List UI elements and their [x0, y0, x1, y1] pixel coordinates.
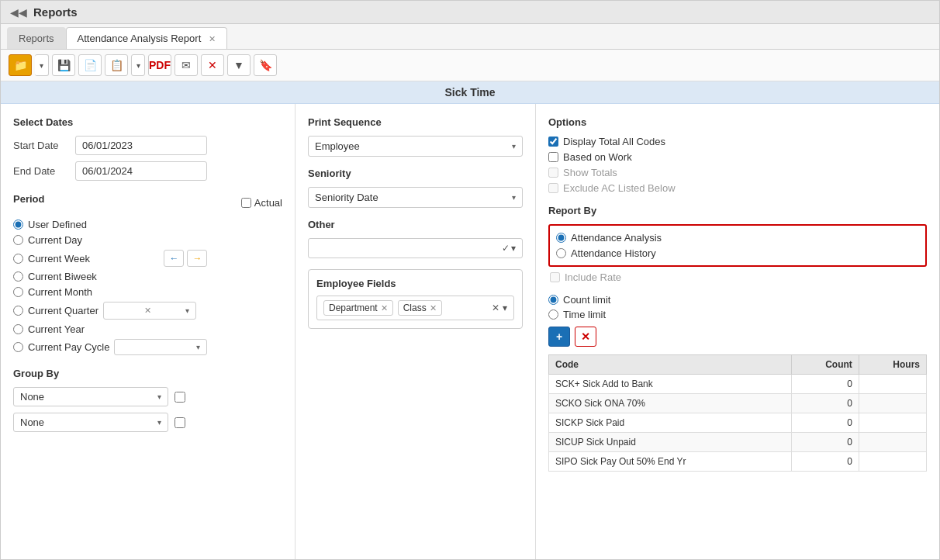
- count-column-header: Count: [791, 355, 859, 375]
- tag-container: Department ✕ Class ✕ ✕ ▾: [316, 296, 514, 320]
- right-panel: Options Display Total All Codes Based on…: [536, 104, 939, 559]
- period-label: Period: [13, 193, 44, 205]
- other-check-icon[interactable]: ✓: [502, 243, 510, 254]
- tab-attendance-analysis-report[interactable]: Attendance Analysis Report ✕: [66, 27, 227, 49]
- period-current-quarter[interactable]: Current Quarter: [13, 305, 98, 316]
- exclude-ac-checkbox[interactable]: [548, 183, 558, 193]
- table-row: SICKP Sick Paid 0: [549, 413, 927, 433]
- print-sequence-arrow: ▾: [512, 142, 516, 150]
- delete-button[interactable]: ✕: [201, 54, 224, 76]
- table-row: SIPO Sick Pay Out 50% End Yr 0: [549, 452, 927, 472]
- show-totals-checkbox[interactable]: [548, 168, 558, 178]
- time-limit-option[interactable]: Time limit: [548, 309, 927, 320]
- quarter-dropdown-arrow[interactable]: ▾: [185, 306, 189, 315]
- tag-class: Class ✕: [398, 300, 442, 316]
- report-by-box: Attendance Analysis Attendance History: [548, 224, 927, 267]
- group-by-dropdown-1[interactable]: None ▾: [13, 387, 168, 406]
- include-rate-label: Include Rate: [565, 271, 621, 283]
- hours-column-header: Hours: [859, 355, 926, 375]
- open-dropdown-button[interactable]: ▾: [35, 54, 49, 76]
- end-date-label: End Date: [13, 165, 75, 177]
- select-dates-label: Select Dates: [13, 116, 282, 128]
- print-sequence-dropdown[interactable]: Employee ▾: [308, 136, 523, 157]
- table-row: SCK+ Sick Add to Bank 0: [549, 375, 927, 394]
- seniority-dropdown[interactable]: Seniority Date ▾: [308, 187, 523, 208]
- quarter-close-icon[interactable]: ✕: [144, 306, 151, 316]
- nav-back-icon[interactable]: ◀◀: [10, 6, 27, 19]
- display-total-all-codes-label: Display Total All Codes: [563, 136, 665, 147]
- tabs-bar: Reports Attendance Analysis Report ✕: [1, 24, 939, 50]
- left-panel: Select Dates Start Date End Date Period …: [1, 104, 295, 559]
- bookmark-button[interactable]: 🔖: [254, 54, 277, 76]
- email-button[interactable]: ✉: [175, 54, 198, 76]
- start-date-label: Start Date: [13, 140, 75, 151]
- limit-section: Count limit Time limit + ✕: [548, 294, 927, 347]
- include-rate-checkbox[interactable]: [550, 272, 560, 282]
- show-totals-label: Show Totals: [563, 167, 617, 178]
- save-button[interactable]: 💾: [52, 54, 75, 76]
- group-by-checkbox-2[interactable]: [175, 417, 185, 428]
- period-current-week[interactable]: Current Week: [13, 253, 90, 264]
- period-current-pay-cycle[interactable]: Current Pay Cycle: [13, 341, 109, 353]
- attendance-analysis-option[interactable]: Attendance Analysis: [556, 232, 919, 244]
- table-row: SICUP Sick Unpaid 0: [549, 433, 927, 452]
- pdf-button[interactable]: PDF: [148, 54, 171, 76]
- code-column-header: Code: [549, 355, 792, 375]
- start-date-input[interactable]: [75, 136, 207, 155]
- end-date-input[interactable]: [75, 161, 207, 181]
- period-current-biweek[interactable]: Current Biweek: [13, 271, 207, 282]
- add-code-button[interactable]: +: [548, 327, 570, 347]
- other-label: Other: [308, 219, 523, 230]
- report-by-label: Report By: [548, 205, 927, 216]
- count-limit-option[interactable]: Count limit: [548, 294, 927, 306]
- display-total-all-codes-checkbox[interactable]: [548, 137, 558, 147]
- exclude-ac-label: Exclude AC Listed Below: [563, 182, 676, 194]
- pay-cycle-dropdown-arrow[interactable]: ▾: [196, 343, 200, 351]
- seniority-label: Seniority: [308, 168, 523, 179]
- period-user-defined[interactable]: User Defined: [13, 219, 207, 230]
- group-by-1-arrow: ▾: [157, 392, 161, 401]
- tag-department-close[interactable]: ✕: [381, 303, 388, 313]
- time-limit-label: Time limit: [563, 309, 606, 320]
- period-current-month[interactable]: Current Month: [13, 286, 207, 298]
- arrow-right-btn[interactable]: →: [187, 250, 207, 267]
- new-button[interactable]: 📄: [78, 54, 102, 76]
- tag-clear-all-icon[interactable]: ✕: [492, 302, 499, 313]
- tag-expand-icon[interactable]: ▾: [503, 302, 507, 313]
- table-row: SCKO Sick ONA 70% 0: [549, 394, 927, 413]
- employee-fields-label: Employee Fields: [316, 278, 514, 289]
- group-by-dropdown-2[interactable]: None ▾: [13, 413, 168, 432]
- based-on-work-label: Based on Work: [563, 151, 632, 163]
- tab-reports[interactable]: Reports: [7, 27, 66, 49]
- section-title-bar: Sick Time: [1, 81, 939, 104]
- actual-checkbox[interactable]: [241, 198, 251, 208]
- app-title: Reports: [33, 5, 78, 19]
- period-current-day[interactable]: Current Day: [13, 234, 207, 246]
- remove-code-button[interactable]: ✕: [575, 327, 596, 347]
- quarter-dropdown[interactable]: ✕ ▾: [103, 302, 196, 320]
- group-by-checkbox-1[interactable]: [175, 392, 185, 403]
- codes-table: Code Count Hours SCK+ Sick Add to Bank 0…: [548, 354, 927, 472]
- arrow-left-btn[interactable]: ←: [164, 250, 184, 267]
- copy-dropdown-button[interactable]: ▾: [131, 54, 145, 76]
- period-current-year[interactable]: Current Year: [13, 323, 207, 335]
- employee-fields-box: Employee Fields Department ✕ Class ✕ ✕ ▾: [308, 269, 523, 329]
- group-by-label: Group By: [13, 368, 282, 379]
- pay-cycle-dropdown[interactable]: ▾: [114, 339, 207, 355]
- seniority-arrow: ▾: [512, 193, 516, 202]
- copy-button[interactable]: 📋: [105, 54, 128, 76]
- based-on-work-checkbox[interactable]: [548, 152, 558, 162]
- filter-button[interactable]: ▼: [227, 54, 251, 76]
- print-sequence-label: Print Sequence: [308, 116, 523, 128]
- other-dropdown-icon[interactable]: ▾: [511, 243, 516, 254]
- tag-department: Department ✕: [323, 300, 393, 316]
- actual-label: Actual: [254, 197, 282, 209]
- include-rate-row: Include Rate: [550, 271, 927, 283]
- tag-class-close[interactable]: ✕: [430, 303, 437, 313]
- attendance-history-option[interactable]: Attendance History: [556, 247, 919, 259]
- open-button[interactable]: 📁: [9, 54, 32, 76]
- count-limit-label: Count limit: [563, 294, 610, 306]
- tab-close-icon[interactable]: ✕: [209, 34, 216, 43]
- middle-panel: Print Sequence Employee ▾ Seniority Seni…: [295, 104, 536, 559]
- group-by-2-arrow: ▾: [157, 418, 161, 427]
